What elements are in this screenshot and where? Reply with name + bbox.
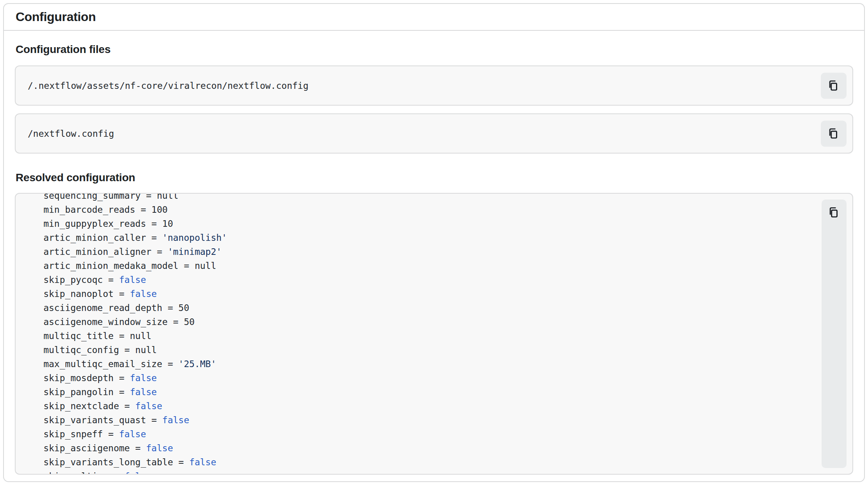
config-line: skip_multiqc = false	[22, 469, 852, 474]
config-line: skip_nanoplot = false	[22, 287, 852, 301]
config-file-path: /nextflow.config	[28, 129, 114, 139]
config-line: skip_snpeff = false	[22, 427, 852, 441]
configuration-files-heading: Configuration files	[16, 43, 853, 56]
config-line: min_guppyplex_reads = 10	[22, 217, 852, 231]
config-line: artic_minion_aligner = 'minimap2'	[22, 245, 852, 259]
resolved-config-scroll-area[interactable]: sequencing_summary = null min_barcode_re…	[16, 194, 852, 474]
config-line: asciigenome_read_depth = 50	[22, 301, 852, 315]
config-line: sequencing_summary = null	[22, 194, 852, 203]
copy-icon	[827, 79, 840, 92]
resolved-configuration-heading: Resolved configuration	[16, 171, 853, 184]
config-line: min_barcode_reads = 100	[22, 203, 852, 217]
copy-icon	[827, 127, 840, 140]
config-line: skip_variants_quast = false	[22, 413, 852, 427]
config-line: asciigenome_window_size = 50	[22, 315, 852, 329]
resolved-config-pre: sequencing_summary = null min_barcode_re…	[16, 194, 852, 474]
config-line: skip_nextclade = false	[22, 399, 852, 413]
copy-button[interactable]	[821, 72, 847, 99]
config-line: skip_variants_long_table = false	[22, 455, 852, 469]
config-file-path: /.nextflow/assets/nf-core/viralrecon/nex…	[28, 81, 308, 91]
copy-icon	[827, 206, 841, 219]
config-line: skip_pycoqc = false	[22, 273, 852, 287]
page-title: Configuration	[16, 10, 96, 24]
configuration-panel: Configuration Configuration files /.next…	[3, 3, 865, 482]
config-line: artic_minion_caller = 'nanopolish'	[22, 231, 852, 245]
copy-button[interactable]	[821, 120, 847, 147]
config-line: artic_minion_medaka_model = null	[22, 259, 852, 273]
config-file-box: /nextflow.config	[15, 113, 853, 154]
config-line: multiqc_title = null	[22, 329, 852, 343]
config-line: max_multiqc_email_size = '25.MB'	[22, 357, 852, 371]
config-line: skip_asciigenome = false	[22, 441, 852, 455]
config-file-box: /.nextflow/assets/nf-core/viralrecon/nex…	[15, 65, 853, 106]
panel-body: Configuration files /.nextflow/assets/nf…	[4, 43, 864, 475]
config-line: skip_mosdepth = false	[22, 371, 852, 385]
resolved-config-box: sequencing_summary = null min_barcode_re…	[15, 193, 853, 475]
config-line: multiqc_config = null	[22, 343, 852, 357]
config-line: skip_pangolin = false	[22, 385, 852, 399]
copy-button[interactable]	[822, 200, 847, 468]
panel-header: Configuration	[4, 4, 864, 31]
